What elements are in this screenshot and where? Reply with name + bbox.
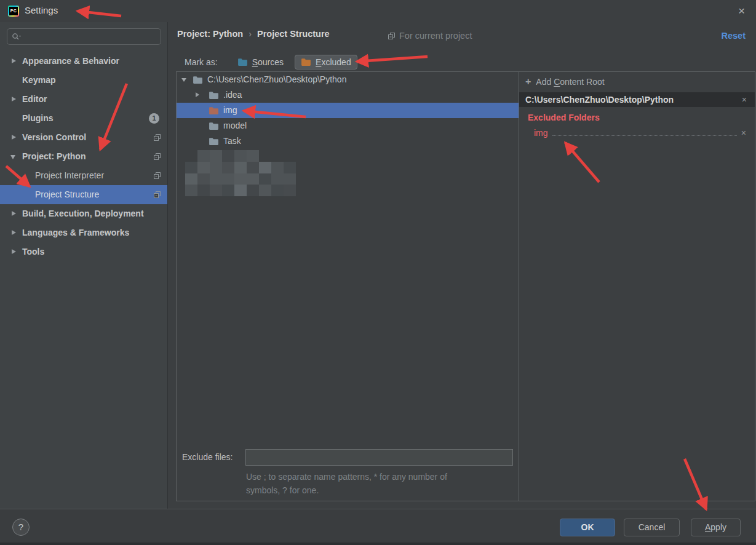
redacted-pixel: [197, 173, 210, 185]
tree-row-img[interactable]: img: [177, 103, 519, 118]
redacted-pixel: [247, 173, 259, 185]
mark-excluded-button[interactable]: Excluded: [295, 55, 357, 70]
excluded-folder-icon: [301, 57, 311, 66]
redacted-pixel: [247, 150, 259, 162]
redacted-pixel: [185, 173, 197, 185]
redacted-pixel: [259, 185, 271, 196]
sources-folder-icon: [237, 57, 248, 66]
redacted-pixel: [259, 173, 271, 185]
sidebar-item-label: Keymap: [22, 75, 55, 85]
tree-root-label: C:\Users\ChenZhuo\Desktop\Python: [177, 72, 519, 87]
redacted-pixel: [259, 162, 271, 173]
redacted-pixel: [185, 185, 197, 196]
redacted-pixel: [185, 162, 197, 173]
chevron-right-icon: [196, 92, 199, 97]
sidebar-item-languages-frameworks[interactable]: Languages & Frameworks: [0, 223, 167, 242]
mark-excluded-label: Excluded: [316, 57, 351, 67]
tree-item-label: img: [177, 103, 519, 118]
sidebar-item-label: Languages & Frameworks: [22, 228, 129, 237]
per-project-icon: [388, 32, 396, 40]
add-content-root-button[interactable]: + Add Content Root: [525, 77, 605, 87]
breadcrumb-project: Project: Python: [177, 29, 243, 39]
per-project-icon: [153, 153, 161, 161]
redacted-pixel: [234, 162, 247, 173]
sidebar-item-label: Version Control: [22, 132, 86, 142]
page-title: Project Structure: [257, 29, 330, 39]
redacted-pixel: [284, 162, 296, 173]
scope-label: For current project: [399, 31, 472, 41]
remove-excluded-folder-icon[interactable]: ×: [741, 127, 746, 138]
folder-icon: [193, 75, 203, 84]
exclude-files-input[interactable]: [245, 449, 513, 466]
tree-row-root[interactable]: C:\Users\ChenZhuo\Desktop\Python: [177, 72, 519, 87]
dotted-leader: [552, 135, 737, 136]
redacted-region: [185, 150, 296, 196]
mark-sources-button[interactable]: Sources: [231, 55, 290, 70]
chevron-right-icon: [12, 249, 16, 254]
breadcrumb: Project: Python›Project Structure: [177, 29, 330, 39]
search-input[interactable]: [22, 32, 161, 41]
apply-button[interactable]: Apply: [691, 519, 741, 536]
sidebar-item-label: Project Interpreter: [35, 170, 104, 180]
redacted-pixel: [210, 150, 222, 162]
titlebar: PC Settings ×: [0, 0, 756, 22]
settings-dialog: { "titlebar": { "title": "Settings", "ap…: [0, 0, 756, 545]
sidebar-item-keymap[interactable]: Keymap: [0, 71, 167, 90]
sidebar-items: Appearance & Behavior Keymap Editor Plug…: [0, 52, 167, 261]
chevron-right-icon: [12, 58, 16, 63]
sidebar-item-version-control[interactable]: Version Control: [0, 128, 167, 147]
cancel-button[interactable]: Cancel: [624, 519, 680, 536]
mark-as-row: Mark as: Sources Excluded: [185, 54, 357, 70]
redacted-pixel: [197, 150, 210, 162]
exclude-files-hint: symbols, ? for one.: [246, 485, 319, 495]
folder-icon: [209, 121, 219, 130]
remove-content-root-icon[interactable]: ×: [742, 92, 747, 107]
tree-row-task[interactable]: Task: [177, 133, 519, 149]
sidebar-item-appearance-behavior[interactable]: Appearance & Behavior: [0, 52, 167, 71]
per-project-icon: [153, 172, 161, 180]
sidebar-item-tools[interactable]: Tools: [0, 242, 167, 261]
sidebar-item-project-python[interactable]: Project: Python: [0, 147, 167, 166]
chevron-right-icon: [12, 135, 16, 140]
chevron-right-icon: [12, 230, 16, 235]
redacted-pixel: [222, 185, 234, 196]
mark-sources-label: Sources: [252, 57, 284, 67]
folder-icon: [209, 137, 219, 146]
excluded-folder-row[interactable]: img ×: [534, 126, 746, 138]
sidebar-item-build-execution-deployment[interactable]: Build, Execution, Deployment: [0, 204, 167, 223]
reset-link[interactable]: Reset: [722, 31, 746, 41]
redacted-pixel: [247, 162, 259, 173]
sidebar-search-box[interactable]: [7, 28, 161, 45]
tree-row-idea[interactable]: .idea: [177, 87, 519, 103]
exclude-files-hint: Use ; to separate name patterns, * for a…: [246, 472, 447, 482]
tree-item-label: Task: [177, 133, 519, 149]
redacted-pixel: [234, 173, 247, 185]
chevron-down-icon: [19, 36, 21, 37]
redacted-pixel: [222, 173, 234, 185]
redacted-pixel: [222, 162, 234, 173]
tree-item-label: model: [177, 118, 519, 133]
excluded-folder-icon: [209, 106, 219, 115]
window-title: Settings: [25, 5, 58, 15]
tree-row-model[interactable]: model: [177, 118, 519, 133]
exclude-files-label: Exclude files:: [182, 452, 233, 462]
search-icon: [12, 33, 22, 41]
chevron-down-icon: [10, 155, 15, 159]
redacted-pixel: [284, 185, 296, 196]
sidebar-item-project-structure[interactable]: Project Structure: [0, 185, 167, 204]
redacted-pixel: [247, 185, 259, 196]
dialog-footer: ? OK Cancel Apply: [0, 509, 756, 545]
ok-button[interactable]: OK: [560, 519, 615, 536]
redacted-pixel: [271, 162, 284, 173]
plugins-count-badge: 1: [149, 113, 159, 124]
content-root-path: C:\Users\ChenZhuo\Desktop\Python: [525, 95, 674, 105]
sidebar-item-editor[interactable]: Editor: [0, 90, 167, 109]
content-root-row[interactable]: C:\Users\ChenZhuo\Desktop\Python ×: [519, 92, 755, 107]
sidebar-item-project-interpreter[interactable]: Project Interpreter: [0, 166, 167, 185]
sidebar-item-label: Editor: [22, 94, 47, 104]
close-icon[interactable]: ×: [738, 4, 745, 18]
sidebar-item-plugins[interactable]: Plugins 1: [0, 109, 167, 128]
sidebar-item-label: Project: Python: [22, 151, 86, 161]
help-button[interactable]: ?: [12, 519, 30, 536]
sidebar-item-label: Project Structure: [35, 189, 99, 199]
